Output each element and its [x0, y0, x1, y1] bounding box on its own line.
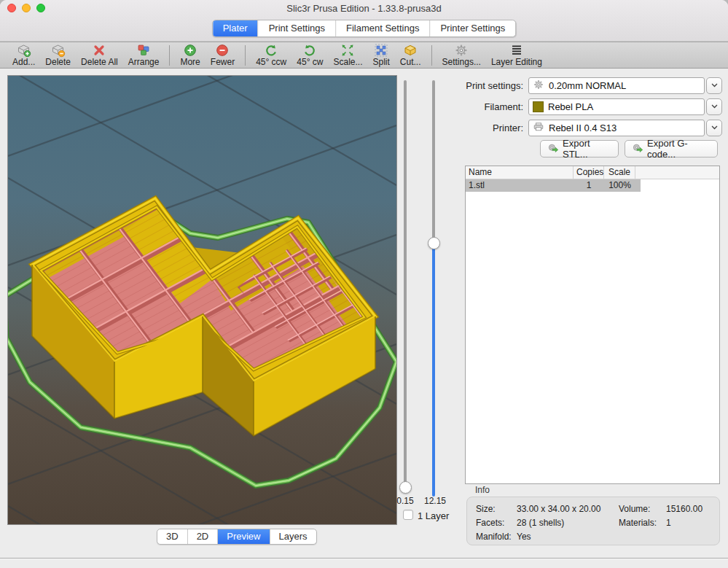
delete-all-label: Delete All — [81, 58, 118, 67]
one-layer-checkbox[interactable] — [403, 510, 413, 520]
printer-value: Rebel II 0.4 S13 — [549, 122, 617, 133]
cut-button[interactable]: Cut... — [395, 43, 426, 68]
arrange-label: Arrange — [128, 58, 160, 67]
more-icon — [183, 43, 197, 58]
layer-editing-button[interactable]: Layer Editing — [486, 43, 547, 68]
print-settings-combo[interactable]: 0.20mm NORMAL — [528, 77, 705, 94]
view-tab-2d[interactable]: 2D — [188, 529, 219, 544]
filament-combo[interactable]: Rebel PLA — [528, 98, 705, 115]
layers-icon — [509, 43, 524, 58]
export-icon — [632, 142, 643, 156]
volume-value: 15160.00 — [666, 504, 702, 514]
objects-table-header: Name Copies Scale — [466, 166, 719, 179]
fewer-label: Fewer — [211, 58, 235, 67]
rotate-ccw-icon — [264, 43, 278, 58]
view-tab-layers[interactable]: Layers — [270, 529, 316, 544]
materials-label: Materials: — [619, 518, 657, 528]
cut-label: Cut... — [400, 58, 421, 67]
tab-print-settings[interactable]: Print Settings — [259, 20, 336, 36]
main-tab-bar: Plater Print Settings Filament Settings … — [212, 20, 517, 37]
filament-label: Filament: — [459, 101, 523, 112]
toolbar-separator — [431, 45, 432, 66]
fewer-button[interactable]: Fewer — [206, 43, 240, 68]
rotate-ccw-label: 45° ccw — [256, 58, 286, 67]
toolbar-separator — [245, 45, 246, 66]
filament-value: Rebel PLA — [548, 101, 593, 112]
split-label: Split — [372, 58, 389, 67]
layer-slider-low-track[interactable] — [404, 80, 407, 487]
tab-filament-settings[interactable]: Filament Settings — [336, 20, 430, 36]
status-divider-highlight — [0, 559, 728, 559]
chevron-down-icon — [710, 79, 719, 93]
print-settings-label: Print settings: — [459, 80, 523, 91]
info-section-title: Info — [475, 485, 490, 495]
settings-label: Settings... — [442, 58, 481, 67]
printer-label: Printer: — [459, 122, 523, 133]
app-window: Slic3r Prusa Edition - 1.33.8-prusa3d Pl… — [0, 0, 728, 568]
settings-button[interactable]: Settings... — [437, 43, 486, 68]
cut-icon — [403, 43, 418, 58]
titlebar: Slic3r Prusa Edition - 1.33.8-prusa3d Pl… — [0, 0, 728, 42]
size-label: Size: — [476, 504, 496, 514]
filament-dropdown-button[interactable] — [706, 98, 722, 115]
print-settings-value: 0.20mm NORMAL — [549, 80, 626, 91]
view-tab-3d[interactable]: 3D — [157, 529, 188, 544]
add-icon — [17, 43, 31, 58]
manifold-value: Yes — [517, 532, 531, 542]
toolbar-separator — [169, 45, 170, 66]
window-title: Slic3r Prusa Edition - 1.33.8-prusa3d — [0, 3, 728, 14]
filament-color-swatch — [533, 101, 544, 112]
layer-slider-high-thumb[interactable] — [428, 237, 440, 249]
scale-icon — [340, 43, 355, 58]
export-gcode-button[interactable]: Export G-code... — [625, 140, 718, 157]
layer-slider-high-track[interactable] — [432, 80, 435, 243]
facets-label: Facets: — [476, 518, 504, 528]
slider-high-value: 12.15 — [421, 496, 449, 506]
size-value: 33.00 x 34.00 x 20.00 — [517, 504, 600, 514]
print-settings-dropdown-button[interactable] — [706, 77, 722, 94]
arrange-button[interactable]: Arrange — [123, 43, 165, 68]
rotate-ccw-button[interactable]: 45° ccw — [251, 43, 291, 68]
arrange-icon — [136, 43, 151, 58]
view-mode-bar: 3D 2D Preview Layers — [157, 529, 317, 545]
printer-dropdown-button[interactable] — [706, 120, 722, 136]
delete-all-button[interactable]: Delete All — [76, 43, 123, 68]
viewport-3d[interactable] — [7, 75, 397, 525]
add-label: Add... — [12, 58, 35, 67]
rotate-cw-label: 45° cw — [297, 58, 323, 67]
delete-all-icon — [92, 43, 106, 58]
facets-value: 28 (1 shells) — [517, 518, 564, 528]
layer-slider-low-thumb[interactable] — [399, 481, 412, 494]
export-gcode-label: Export G-code... — [647, 138, 711, 160]
table-row[interactable]: 1.stl 1 100% — [466, 179, 641, 192]
fewer-icon — [215, 43, 230, 58]
manifold-label: Manifold: — [476, 532, 512, 542]
info-box: Size: 33.00 x 34.00 x 20.00 Volume: 1516… — [466, 497, 720, 545]
column-header-name: Name — [466, 166, 574, 179]
layer-editing-label: Layer Editing — [491, 58, 542, 67]
split-button[interactable]: Split — [367, 43, 394, 68]
rotate-cw-button[interactable]: 45° cw — [291, 43, 328, 68]
materials-value: 1 — [666, 518, 671, 528]
export-stl-label: Export STL... — [563, 138, 611, 160]
slider-low-value: 0.15 — [394, 496, 417, 506]
tab-plater[interactable]: Plater — [213, 20, 259, 36]
tab-printer-settings[interactable]: Printer Settings — [430, 20, 515, 36]
scale-label: Scale... — [333, 58, 362, 67]
export-stl-button[interactable]: Export STL... — [540, 140, 619, 157]
chevron-down-icon — [710, 101, 719, 114]
toolbar: Add... Delete Delete All Arrange More Fe… — [0, 42, 728, 69]
add-button[interactable]: Add... — [7, 43, 40, 68]
view-tab-preview[interactable]: Preview — [218, 529, 270, 544]
volume-label: Volume: — [619, 504, 650, 514]
column-header-copies: Copies — [574, 166, 604, 179]
delete-button[interactable]: Delete — [40, 43, 76, 68]
cell-name: 1.stl — [466, 179, 574, 192]
split-icon — [374, 43, 388, 58]
more-button[interactable]: More — [175, 43, 205, 68]
layer-slider-high-fill[interactable] — [432, 243, 435, 497]
cell-scale: 100% — [604, 179, 635, 192]
printer-combo[interactable]: Rebel II 0.4 S13 — [528, 120, 705, 136]
delete-label: Delete — [45, 58, 71, 67]
scale-button[interactable]: Scale... — [328, 43, 367, 68]
